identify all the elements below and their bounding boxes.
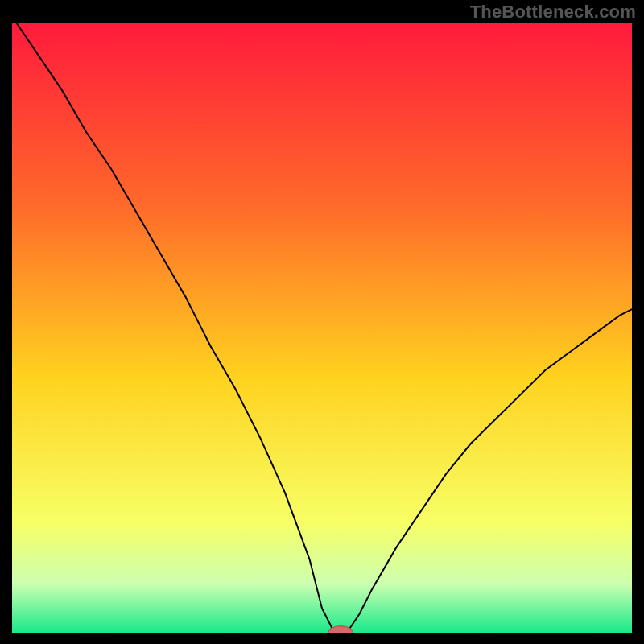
watermark-text: TheBottleneck.com bbox=[470, 2, 636, 23]
bottleneck-chart bbox=[12, 23, 632, 633]
chart-frame: TheBottleneck.com bbox=[0, 0, 644, 644]
plot-area bbox=[12, 23, 632, 633]
gradient-background bbox=[12, 23, 632, 633]
